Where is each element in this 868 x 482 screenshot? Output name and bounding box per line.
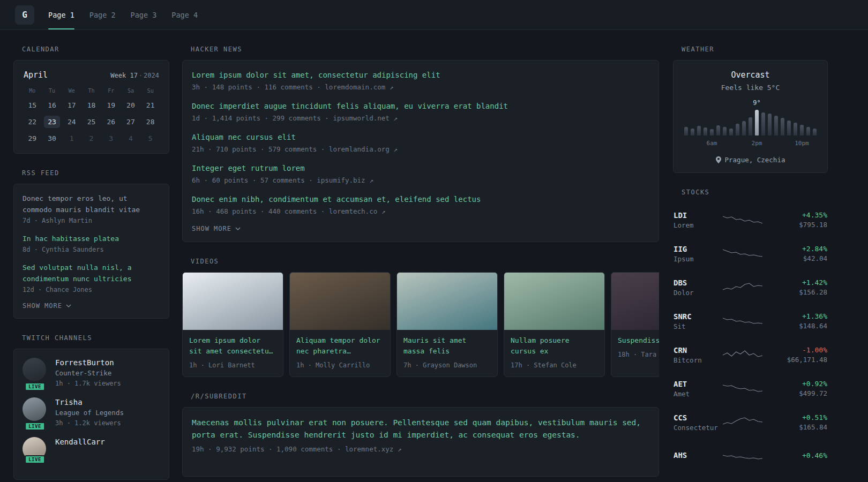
calendar-day: 18 <box>81 99 101 111</box>
twitch-channel-info: Trisha League of Legends 3h · 1.2k viewe… <box>55 397 124 427</box>
chevron-down-icon <box>66 304 71 307</box>
stock-row[interactable]: AHS +0.46% <box>674 439 827 473</box>
stock-change: +0.51% <box>799 413 827 421</box>
middle-column: HACKER NEWS Lorem ipsum dolor sit amet, … <box>182 30 659 477</box>
stock-ticker: DBS <box>674 278 723 287</box>
calendar-day-header: Th <box>81 87 101 95</box>
stock-sparkline <box>723 449 762 463</box>
stock-sparkline <box>723 314 762 328</box>
stock-row[interactable]: SNRC Sit +1.36% $148.64 <box>674 304 827 338</box>
stock-ticker: AET <box>674 380 723 388</box>
stock-price: $499.72 <box>799 389 827 397</box>
hn-story: Donec imperdiet augue tincidunt felis al… <box>192 101 649 123</box>
weather-bar <box>768 114 772 135</box>
weather-bar <box>761 112 765 135</box>
calendar-day: 26 <box>101 116 121 128</box>
stock-sparkline <box>723 247 762 261</box>
video-title: Nullam posuere cursus ex <box>511 335 598 357</box>
stock-row[interactable]: CRN Bitcorn -1.00% $66,171.48 <box>674 338 827 372</box>
video-card[interactable]: Nullam posuere cursus ex 17h · Stefan Co… <box>504 272 605 377</box>
external-link-icon: ↗ <box>369 176 373 184</box>
video-meta: 1h · Molly Carrillo <box>296 362 384 369</box>
calendar-day: 1 <box>62 132 81 145</box>
calendar-day: 29 <box>23 132 42 145</box>
stock-sparkline <box>723 281 762 295</box>
hn-story: Donec enim nibh, condimentum et accumsan… <box>192 194 649 216</box>
rss-show-more-button[interactable]: SHOW MORE <box>23 302 160 310</box>
twitch-channel[interactable]: LIVE ForrestBurton Counter-Strike 1h · 1… <box>23 358 160 388</box>
twitch-channel[interactable]: LIVE KendallCarr <box>23 437 160 461</box>
hn-story: Lorem ipsum dolor sit amet, consectetur … <box>192 70 649 92</box>
hn-story-link[interactable]: Lorem ipsum dolor sit amet, consectetur … <box>192 70 649 80</box>
page-tab[interactable]: Page 1 <box>48 0 74 29</box>
video-card[interactable]: Suspendisse diam 18h · Tara <box>611 272 659 377</box>
calendar-day: 17 <box>62 99 81 111</box>
videos-section-title: VIDEOS <box>191 258 659 265</box>
weather-bar <box>723 127 727 135</box>
weather-bar <box>806 127 810 135</box>
stock-values: +0.92% $499.72 <box>799 380 827 397</box>
external-link-icon: ↗ <box>398 445 402 453</box>
stock-name: Lorem <box>674 221 723 229</box>
video-thumbnail <box>290 273 390 330</box>
channel-game: Counter-Strike <box>55 369 121 378</box>
hn-story-link[interactable]: Aliquam nec cursus elit <box>192 132 649 142</box>
stock-row[interactable]: DBS Dolor +1.42% $156.28 <box>674 270 827 304</box>
video-card[interactable]: Lorem ipsum dolor sit amet consectetu… 1… <box>182 272 283 377</box>
hn-story-link[interactable]: Donec imperdiet augue tincidunt felis al… <box>192 101 649 111</box>
weather-bar <box>774 116 778 135</box>
video-card-body: Lorem ipsum dolor sit amet consectetu… 1… <box>183 330 283 376</box>
stock-row[interactable]: IIG Ipsum +2.84% $42.04 <box>674 237 827 270</box>
twitch-channel[interactable]: LIVE Trisha League of Legends 3h · 1.2k … <box>23 397 160 427</box>
video-thumbnail <box>504 273 604 330</box>
topbar: G Page 1 Page 2 Page 3 Page 4 <box>0 0 868 30</box>
hn-story-meta-text: 21h · 710 points · 579 comments · loreml… <box>192 145 390 153</box>
stock-sparkline <box>723 348 762 362</box>
stock-row[interactable]: AET Amet +0.92% $499.72 <box>674 372 827 405</box>
weather-section-title: WEATHER <box>682 46 828 53</box>
live-badge: LIVE <box>25 455 45 464</box>
twitch-section-title: TWITCH CHANNELS <box>22 334 169 342</box>
stock-change: +1.42% <box>799 278 827 287</box>
hn-story-link[interactable]: Donec enim nibh, condimentum et accumsan… <box>192 194 649 205</box>
calendar-day-header: Sa <box>121 87 141 95</box>
weather-location: Prague, Czechia <box>682 156 819 164</box>
stock-id: CRN Bitcorn <box>674 346 723 364</box>
video-card[interactable]: Aliquam tempor dolor nec pharetra… 1h · … <box>289 272 391 377</box>
hn-show-more-button[interactable]: SHOW MORE <box>192 225 649 232</box>
rss-item-link[interactable]: Donec tempor eros leo, ut commodo mauris… <box>23 193 160 215</box>
hn-story-link[interactable]: Integer eget rutrum lorem <box>192 163 649 174</box>
video-card[interactable]: Mauris sit amet massa felis 7h · Grayson… <box>396 272 498 377</box>
page-tab-label: Page 1 <box>48 11 74 19</box>
subreddit-post-meta: 19h · 9,932 points · 1,090 comments · lo… <box>192 445 649 453</box>
calendar-day: 20 <box>121 99 141 111</box>
rss-item: Donec tempor eros leo, ut commodo mauris… <box>23 193 160 224</box>
channel-name: KendallCarr <box>55 437 105 447</box>
calendar-day-header: Su <box>140 87 160 95</box>
stock-row[interactable]: LDI Lorem +4.35% $795.18 <box>674 203 827 237</box>
calendar-day: 28 <box>140 116 160 128</box>
stock-change: +0.46% <box>802 451 827 460</box>
external-link-icon: ↗ <box>390 83 394 91</box>
stock-id: CCS Consectetur <box>674 413 723 432</box>
weather-bar <box>787 120 791 135</box>
stock-name: Amet <box>674 390 723 398</box>
subreddit-post-link[interactable]: Maecenas mollis pulvinar erat non posuer… <box>192 417 649 441</box>
location-pin-icon <box>716 156 721 163</box>
weather-location-label: Prague, Czechia <box>725 156 785 164</box>
page-tab-label: Page 3 <box>131 11 157 19</box>
calendar-widget: April Week 17·2024 MoTuWeThFrSaSu1516171… <box>13 60 169 154</box>
page-tab-label: Page 2 <box>89 11 116 19</box>
page-tab[interactable]: Page 4 <box>171 0 198 29</box>
video-card-body: Nullam posuere cursus ex 17h · Stefan Co… <box>504 330 604 376</box>
weather-time-label: 2pm <box>752 140 762 147</box>
video-card-body: Mauris sit amet massa felis 7h · Grayson… <box>397 330 497 376</box>
rss-item-link[interactable]: Sed volutpat nulla nisl, a condimentum n… <box>23 262 160 284</box>
rss-item-link[interactable]: In hac habitasse platea <box>23 233 160 244</box>
page-tab[interactable]: Page 2 <box>89 0 116 29</box>
page-tab[interactable]: Page 3 <box>131 0 157 29</box>
stock-row[interactable]: CCS Consectetur +0.51% $165.84 <box>674 405 827 439</box>
stock-price: $42.04 <box>802 254 827 262</box>
stock-ticker: CCS <box>674 413 723 422</box>
stock-ticker: AHS <box>674 451 723 460</box>
